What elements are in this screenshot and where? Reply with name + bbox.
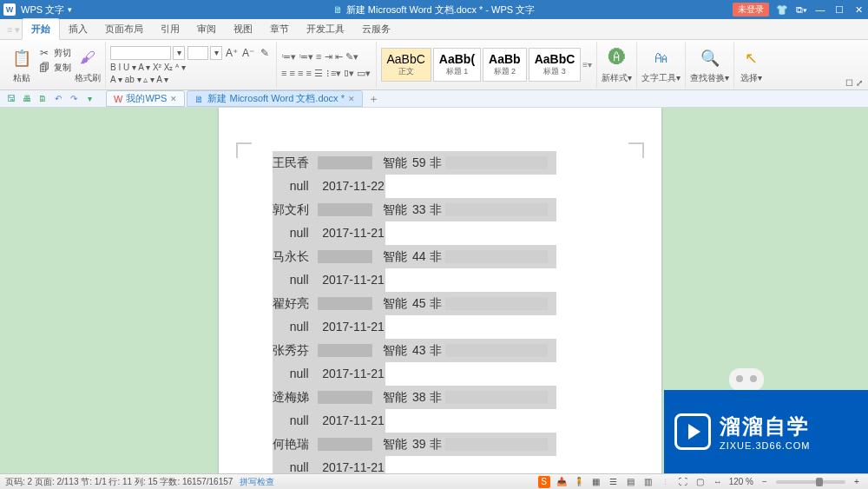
- help-icon[interactable]: ⧉▾: [795, 3, 807, 16]
- watermark-title: 溜溜自学: [720, 413, 810, 440]
- tab-start[interactable]: 开始: [22, 18, 60, 40]
- copy-button[interactable]: 🗐复制: [37, 61, 71, 75]
- newstyle-group: 🅐 新样式▾: [597, 42, 637, 88]
- para-row2[interactable]: ≡ ≡ ≡ ≡ ☰ ⫶≡▾ ⌷▾ ▭▾: [281, 68, 372, 79]
- doc-title-text: 新建 Microsoft Word 文档.docx * - WPS 文字: [346, 3, 535, 17]
- text-line[interactable]: 郭文利智能33非: [273, 198, 583, 221]
- margin-corner-tl: [236, 142, 252, 158]
- format-painter-icon[interactable]: 🖌: [76, 46, 100, 70]
- select-icon[interactable]: ↖: [739, 46, 763, 70]
- zoom-fit-icon[interactable]: ⛶: [677, 476, 689, 488]
- font-family-dropdown-icon[interactable]: ▾: [173, 46, 185, 60]
- text-line[interactable]: 何艳瑞智能39非: [273, 433, 583, 456]
- style-h3[interactable]: AaBbC标题 3: [529, 48, 582, 82]
- qat-redo-icon[interactable]: ↷: [68, 93, 80, 105]
- doc-title: 🗎 新建 Microsoft Word 文档.docx * - WPS 文字: [333, 3, 535, 17]
- tab-section[interactable]: 章节: [261, 19, 298, 39]
- text-line[interactable]: 翟好亮智能45非: [273, 292, 583, 315]
- skin-icon[interactable]: 👕: [776, 3, 788, 16]
- font-color-row[interactable]: A ▾ ab ▾ ▵ ▾ A ▾: [110, 75, 168, 84]
- text-line[interactable]: null 2017-11-22: [273, 175, 583, 198]
- style-normal[interactable]: AaBbC正文: [381, 48, 431, 82]
- qat-save-icon[interactable]: 🖫: [5, 93, 17, 105]
- qat-print-icon[interactable]: 🖶: [21, 93, 33, 105]
- font-family-select[interactable]: [110, 46, 171, 60]
- minimize-icon[interactable]: —: [814, 3, 826, 16]
- grow-font-icon[interactable]: A⁺: [225, 46, 239, 60]
- text-line[interactable]: null 2017-11-21: [273, 268, 583, 292]
- paste-icon[interactable]: 📋: [10, 46, 34, 70]
- close-icon[interactable]: ✕: [852, 3, 865, 16]
- style-h2[interactable]: AaBb标题 2: [483, 48, 527, 82]
- newstyle-label[interactable]: 新样式▾: [602, 72, 632, 84]
- file-menu[interactable]: ≡ ▾: [5, 21, 22, 39]
- view-print-icon[interactable]: ▦: [590, 476, 602, 488]
- titlebar: W WPS 文字 ▾ 🗎 新建 Microsoft Word 文档.docx *…: [0, 0, 868, 19]
- qat-preview-icon[interactable]: 🗎: [36, 93, 49, 105]
- view-outline-icon[interactable]: ▥: [642, 476, 654, 488]
- wps-icon: W: [114, 94, 122, 104]
- text-line[interactable]: null 2017-11-21: [273, 362, 583, 386]
- doc-tab-label: 新建 Microsoft Word 文档.docx *: [207, 92, 345, 105]
- tab-insert[interactable]: 插入: [60, 19, 96, 39]
- tab-layout[interactable]: 页面布局: [96, 19, 152, 39]
- shrink-font-icon[interactable]: A⁻: [241, 46, 255, 60]
- texttool-label[interactable]: 文字工具▾: [641, 72, 681, 84]
- zoom-thumb[interactable]: [816, 478, 823, 486]
- cut-button[interactable]: ✂剪切: [37, 46, 71, 60]
- close-icon[interactable]: ✕: [348, 95, 355, 103]
- style-h1[interactable]: AaBb(标题 1: [433, 48, 481, 82]
- maximize-icon[interactable]: ☐: [833, 3, 845, 16]
- zoom-in-icon[interactable]: +: [851, 476, 863, 488]
- add-tab-button[interactable]: ＋: [365, 91, 383, 107]
- close-icon[interactable]: ✕: [170, 95, 177, 103]
- zoom-slider[interactable]: [776, 480, 845, 484]
- doc-tab-current[interactable]: 🗎新建 Microsoft Word 文档.docx *✕: [187, 90, 363, 107]
- qat-undo-icon[interactable]: ↶: [52, 93, 64, 105]
- style-sample: AaBb(: [439, 52, 475, 66]
- text-line[interactable]: null 2017-11-21: [273, 409, 583, 433]
- doc-tab-mywps[interactable]: W我的WPS✕: [106, 90, 185, 107]
- tab-cloud[interactable]: 云服务: [353, 19, 399, 39]
- view-read-icon[interactable]: ☰: [608, 476, 620, 488]
- ribbon-collapse[interactable]: ☐ ⤢: [845, 78, 863, 88]
- document-content[interactable]: 王民香智能59非 null 2017-11-22郭文利智能33非 null 20…: [273, 151, 583, 473]
- para-row1[interactable]: ≔▾ ≔▾ ≡ ⇥ ⇤ ✎▾: [281, 51, 358, 63]
- ime-icon[interactable]: S: [538, 476, 550, 488]
- zoom-out-icon[interactable]: −: [759, 476, 771, 488]
- text-line[interactable]: null 2017-11-21: [273, 221, 583, 245]
- tab-devtools[interactable]: 开发工具: [298, 19, 353, 39]
- text-line[interactable]: 王民香智能59非: [273, 151, 583, 175]
- font-size-select[interactable]: [187, 46, 208, 60]
- font-format-row[interactable]: B I U ▾ A ▾ X² X₂ ᴬ ▾: [110, 63, 186, 72]
- login-button[interactable]: 未登录: [733, 3, 769, 17]
- sb-icon2[interactable]: 🧍: [573, 476, 585, 488]
- zoom-width-icon[interactable]: ↔: [712, 476, 724, 488]
- texttool-icon[interactable]: 🗛: [649, 46, 674, 70]
- find-icon[interactable]: 🔍: [698, 46, 722, 70]
- zoom-page-icon[interactable]: ▢: [694, 476, 707, 488]
- select-label[interactable]: 选择▾: [740, 72, 762, 84]
- text-line[interactable]: null 2017-11-21: [273, 315, 583, 339]
- assistant-face-icon[interactable]: [729, 368, 764, 391]
- font-size-dropdown-icon[interactable]: ▾: [210, 46, 222, 60]
- sb-sep: ⫶: [660, 476, 672, 488]
- findreplace-label[interactable]: 查找替换▾: [690, 72, 729, 84]
- spellcheck-button[interactable]: 拼写检查: [240, 476, 274, 488]
- style-more-icon[interactable]: ≡▾: [582, 60, 592, 69]
- view-web-icon[interactable]: ▤: [625, 476, 637, 488]
- sb-icon1[interactable]: 📥: [556, 476, 568, 488]
- text-line[interactable]: null 2017-11-21: [273, 456, 583, 473]
- text-line[interactable]: 马永长智能44非: [273, 245, 583, 268]
- qat-more-icon[interactable]: ▾: [83, 93, 95, 105]
- clear-format-icon[interactable]: ✎: [258, 46, 272, 60]
- tab-review[interactable]: 审阅: [188, 19, 225, 39]
- text-line[interactable]: 遆梅娣智能38非: [273, 386, 583, 409]
- text-line[interactable]: 张秀芬智能43非: [273, 339, 583, 362]
- style-sample: AaBbC: [535, 52, 575, 66]
- newstyle-icon[interactable]: 🅐: [605, 46, 629, 70]
- tab-reference[interactable]: 引用: [152, 19, 188, 39]
- style-name: 标题 3: [543, 66, 566, 77]
- tab-view[interactable]: 视图: [225, 19, 261, 39]
- dropdown-icon[interactable]: ▾: [68, 5, 72, 14]
